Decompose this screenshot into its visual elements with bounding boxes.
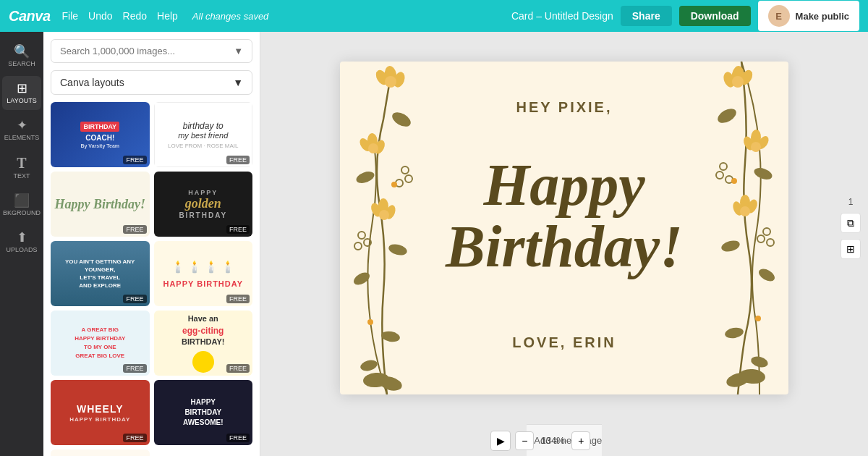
menu-undo[interactable]: Undo (88, 10, 112, 22)
sidebar-item-text[interactable]: T TEXT (2, 150, 41, 185)
topnav: Canva File Undo Redo Help All changes sa… (0, 0, 868, 32)
search-input[interactable] (60, 46, 234, 56)
sidebar-label-text: TEXT (13, 172, 30, 180)
svg-point-31 (732, 76, 744, 88)
canvas-scroll[interactable]: HEY PIXIE, Happy Birthday! LOVE, ERIN (260, 32, 868, 424)
sidebar-item-elements[interactable]: ✦ ELEMENTS (2, 113, 41, 147)
svg-point-18 (401, 166, 409, 174)
svg-point-14 (388, 242, 409, 257)
saved-status: All changes saved (192, 11, 269, 22)
sidebar-label-search: SEARCH (8, 60, 35, 67)
template-card-1[interactable]: BIRTHDAY COACH! By Varsity Team FREE (51, 102, 150, 167)
sidebar-item-background[interactable]: ⬛ BKGROUND (2, 188, 41, 222)
svg-point-3 (385, 76, 396, 88)
template-card-7[interactable]: A GREAT BIGHAPPY BIRTHDAYTO MY ONEGREAT … (51, 311, 150, 376)
sidebar-label-elements: ELEMENTS (4, 134, 40, 141)
template-card-8[interactable]: Have anegg-citingBIRTHDAY! FREE (154, 311, 253, 376)
text-icon: T (17, 156, 26, 170)
menu-file[interactable]: File (62, 10, 79, 22)
panel: ▼ Canva layouts ▼ BIRTHDAY COACH! By Var… (43, 32, 260, 456)
layouts-dropdown-label: Canva layouts (60, 77, 124, 88)
layouts-dropdown[interactable]: Canva layouts ▼ (51, 70, 252, 95)
template-card-9[interactable]: WHEELY HAPPY BIRTHDAY FREE (51, 380, 150, 445)
svg-point-51 (767, 239, 774, 246)
free-badge-5: FREE (123, 295, 146, 303)
svg-point-26 (391, 182, 397, 187)
free-badge-4: FREE (226, 225, 250, 234)
svg-point-13 (354, 169, 375, 185)
free-badge-6: FREE (226, 295, 250, 303)
zoom-out-button[interactable]: − (515, 431, 534, 450)
uploads-icon: ⬆ (17, 231, 27, 244)
page-number: 1 (848, 197, 854, 207)
svg-point-15 (352, 270, 372, 287)
svg-point-45 (750, 355, 770, 369)
svg-point-19 (405, 175, 412, 182)
present-button[interactable]: ▶ (490, 431, 511, 451)
template-card-3[interactable]: Happy Birthday! FREE (51, 172, 150, 237)
floral-decoration-left (340, 62, 434, 394)
svg-point-47 (716, 172, 723, 179)
search-icon: 🔍 (14, 45, 30, 58)
zoom-level: 134% (538, 435, 567, 446)
make-public-button[interactable]: E Make public (758, 1, 859, 31)
free-badge-9: FREE (123, 434, 146, 442)
free-badge-3: FREE (123, 225, 146, 234)
svg-point-54 (731, 178, 737, 184)
templates-grid: BIRTHDAY COACH! By Varsity Team FREE bir… (43, 102, 260, 456)
canvas-area: HEY PIXIE, Happy Birthday! LOVE, ERIN (260, 32, 868, 456)
template-card-6[interactable]: 🕯️ 🕯️ 🕯️ 🕯️ HAPPY BIRTHDAY FREE (154, 241, 253, 306)
sidebar-item-uploads[interactable]: ⬆ UPLOADS (2, 225, 41, 259)
birthday-card[interactable]: HEY PIXIE, Happy Birthday! LOVE, ERIN (340, 62, 788, 394)
svg-point-46 (720, 163, 727, 170)
template-card-4[interactable]: HAPPY golden BIRTHDAY FREE (154, 172, 253, 237)
svg-point-50 (757, 235, 765, 242)
sidebar-label-background: BKGROUND (3, 209, 41, 216)
layouts-icon: ⊞ (17, 82, 27, 95)
template-card-2[interactable]: birthday to my best friend LOVE FROM · R… (154, 102, 253, 167)
svg-point-11 (379, 210, 389, 220)
free-badge-8: FREE (226, 364, 250, 373)
svg-point-7 (368, 143, 378, 153)
template-card-11[interactable]: DEAREST ANGELICA, HAPPY BIRTHDAY TO YOU (51, 449, 150, 456)
topnav-menu: File Undo Redo Help (62, 10, 178, 22)
share-button[interactable]: Share (621, 6, 672, 26)
download-button[interactable]: Download (679, 6, 751, 26)
sidebar-item-search[interactable]: 🔍 SEARCH (2, 39, 41, 73)
main-area: 🔍 SEARCH ⊞ LAYOUTS ✦ ELEMENTS T TEXT ⬛ B… (0, 32, 868, 456)
sidebar-item-layouts[interactable]: ⊞ LAYOUTS (2, 76, 41, 110)
zoom-in-button[interactable]: + (571, 431, 590, 450)
bottom-bar: + Add a new page ▶ − 134% + (527, 424, 602, 456)
avatar: E (768, 5, 790, 27)
svg-point-16 (380, 330, 401, 343)
svg-point-43 (757, 266, 777, 284)
svg-point-23 (354, 242, 362, 250)
svg-point-39 (740, 206, 750, 216)
free-badge-2: FREE (226, 156, 250, 164)
copy-page-button[interactable]: ⧉ (841, 213, 861, 233)
svg-point-42 (720, 239, 741, 253)
bottom-bar-inner: + Add a new page ▶ − 134% + (527, 435, 602, 446)
svg-point-17 (359, 358, 379, 373)
sidebar-icons: 🔍 SEARCH ⊞ LAYOUTS ✦ ELEMENTS T TEXT ⬛ B… (0, 32, 43, 456)
svg-point-55 (755, 316, 761, 321)
menu-redo[interactable]: Redo (123, 10, 147, 22)
template-card-10[interactable]: HAPPYBIRTHDAYAWESOME! FREE (154, 380, 253, 445)
svg-point-49 (763, 228, 770, 235)
background-icon: ⬛ (14, 194, 30, 207)
menu-help[interactable]: Help (157, 10, 178, 22)
search-box[interactable]: ▼ (51, 39, 252, 63)
svg-point-12 (390, 109, 413, 130)
canvas-right-tools: 1 ⧉ ⊞ (841, 197, 861, 259)
template-card-5[interactable]: YOU AIN'T GETTING ANY YOUNGER,LET'S TRAV… (51, 241, 150, 306)
sidebar-label-uploads: UPLOADS (6, 246, 37, 253)
svg-point-21 (358, 232, 365, 239)
design-title: Card – Untitled Design (511, 10, 613, 22)
grid-view-button[interactable]: ⊞ (841, 239, 861, 259)
card-greeting: HEY PIXIE, (516, 99, 612, 116)
svg-point-41 (752, 166, 773, 182)
svg-point-35 (751, 142, 761, 152)
sidebar-label-layouts: LAYOUTS (7, 97, 36, 104)
svg-point-44 (724, 326, 744, 339)
card-happy: Happy (483, 156, 644, 215)
